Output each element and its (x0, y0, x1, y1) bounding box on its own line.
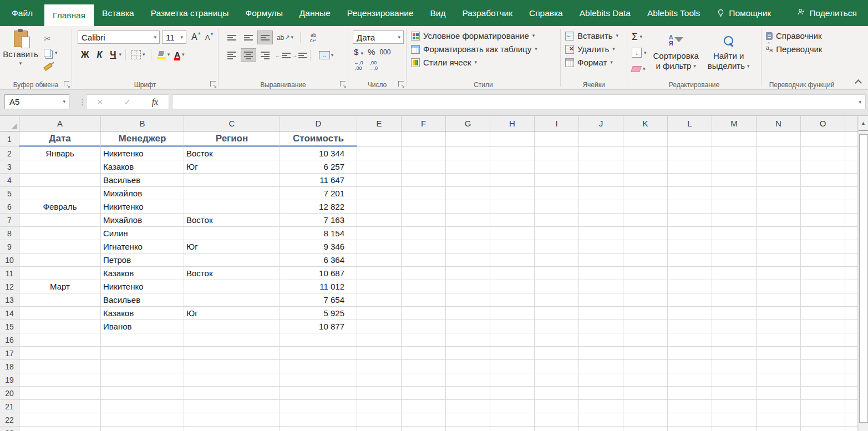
cell-K13[interactable] (623, 293, 668, 307)
delete-cells-button[interactable]: Удалить ▾ (565, 44, 625, 54)
cell-L11[interactable] (668, 267, 712, 280)
cell-K3[interactable] (623, 160, 668, 174)
cell-G15[interactable] (446, 320, 490, 333)
cell-N16[interactable] (757, 333, 801, 347)
cell-E12[interactable] (357, 280, 402, 293)
cell-N18[interactable] (757, 360, 801, 373)
cell-F15[interactable] (402, 320, 446, 333)
cell-L21[interactable] (668, 400, 712, 413)
row-header-19[interactable]: 19 (0, 373, 19, 387)
cell-D20[interactable] (280, 387, 357, 400)
cell-K2[interactable] (623, 147, 668, 160)
clear-button[interactable]: ▾ (632, 62, 647, 75)
cell-E17[interactable] (357, 347, 402, 360)
cell-G18[interactable] (446, 360, 490, 373)
scroll-up-button[interactable]: ▲ (859, 116, 868, 131)
cell-H21[interactable] (490, 400, 535, 413)
ribbon-tab-справка[interactable]: Справка (521, 0, 571, 26)
cell-F4[interactable] (402, 174, 446, 187)
cell-F5[interactable] (402, 187, 446, 200)
cell-J22[interactable] (579, 413, 623, 427)
cell-O19[interactable] (801, 373, 845, 387)
row-header-16[interactable]: 16 (0, 333, 19, 347)
cell-O1[interactable] (801, 131, 845, 147)
cell-D4[interactable]: 11 647 (280, 174, 357, 187)
cell-F1[interactable] (402, 131, 446, 147)
cell-G21[interactable] (446, 400, 490, 413)
cell-C8[interactable] (184, 227, 280, 240)
cell-O23[interactable] (801, 427, 845, 431)
cell-K11[interactable] (623, 267, 668, 280)
dialog-launcher-icon[interactable] (210, 81, 216, 87)
cell-C23[interactable] (184, 427, 280, 431)
cell-A13[interactable] (19, 293, 101, 307)
cell-N5[interactable] (757, 187, 801, 200)
cell-I3[interactable] (535, 160, 579, 174)
resize-dots-icon[interactable]: ⋮ (78, 97, 87, 107)
cell-H16[interactable] (490, 333, 535, 347)
cell-G7[interactable] (446, 214, 490, 227)
cell-C20[interactable] (184, 387, 280, 400)
cell-J8[interactable] (579, 227, 623, 240)
cell-M20[interactable] (712, 387, 757, 400)
cell-C22[interactable] (184, 413, 280, 427)
enter-icon[interactable]: ✓ (124, 97, 131, 107)
cell-J7[interactable] (579, 214, 623, 227)
cell-stub-2[interactable] (845, 147, 858, 160)
cell-C4[interactable] (184, 174, 280, 187)
cell-I9[interactable] (535, 240, 579, 253)
cell-J10[interactable] (579, 253, 623, 267)
cell-I21[interactable] (535, 400, 579, 413)
cell-N13[interactable] (757, 293, 801, 307)
cell-O3[interactable] (801, 160, 845, 174)
cell-I5[interactable] (535, 187, 579, 200)
cell-E2[interactable] (357, 147, 402, 160)
row-header-7[interactable]: 7 (0, 214, 19, 227)
cell-E21[interactable] (357, 400, 402, 413)
cell-D10[interactable]: 6 364 (280, 253, 357, 267)
cell-O13[interactable] (801, 293, 845, 307)
cell-G9[interactable] (446, 240, 490, 253)
cell-N10[interactable] (757, 253, 801, 267)
cell-A3[interactable] (19, 160, 101, 174)
cell-N1[interactable] (757, 131, 801, 147)
cell-O4[interactable] (801, 174, 845, 187)
cell-I14[interactable] (535, 307, 579, 320)
cell-O21[interactable] (801, 400, 845, 413)
col-header-D[interactable]: D (280, 116, 357, 131)
cell-F13[interactable] (402, 293, 446, 307)
cell-I4[interactable] (535, 174, 579, 187)
cell-N2[interactable] (757, 147, 801, 160)
cell-A1[interactable]: Дата (19, 131, 101, 147)
format-painter-button[interactable] (42, 60, 59, 73)
cell-E4[interactable] (357, 174, 402, 187)
cell-O7[interactable] (801, 214, 845, 227)
bold-button[interactable]: Ж (78, 50, 92, 60)
col-header-J[interactable]: J (579, 116, 623, 131)
cell-A19[interactable] (19, 373, 101, 387)
cell-stub-9[interactable] (845, 240, 858, 253)
underline-button[interactable]: Ч (106, 50, 118, 60)
cell-D6[interactable]: 12 822 (280, 200, 357, 214)
cell-A14[interactable] (19, 307, 101, 320)
cell-O9[interactable] (801, 240, 845, 253)
cell-D1[interactable]: Стоимость (280, 131, 357, 147)
cell-J21[interactable] (579, 400, 623, 413)
cell-H19[interactable] (490, 373, 535, 387)
cell-O16[interactable] (801, 333, 845, 347)
cell-K6[interactable] (623, 200, 668, 214)
cell-F20[interactable] (402, 387, 446, 400)
cell-C17[interactable] (184, 347, 280, 360)
cell-K17[interactable] (623, 347, 668, 360)
align-bottom-button[interactable] (257, 31, 273, 44)
cell-E19[interactable] (357, 373, 402, 387)
copy-button[interactable]: ▾ (42, 47, 59, 59)
cell-C2[interactable]: Восток (184, 147, 280, 160)
cell-F3[interactable] (402, 160, 446, 174)
cell-F22[interactable] (402, 413, 446, 427)
cell-N4[interactable] (757, 174, 801, 187)
cell-L23[interactable] (668, 427, 712, 431)
cell-B8[interactable]: Силин (101, 227, 184, 240)
align-center-button[interactable] (241, 48, 256, 62)
cell-F17[interactable] (402, 347, 446, 360)
